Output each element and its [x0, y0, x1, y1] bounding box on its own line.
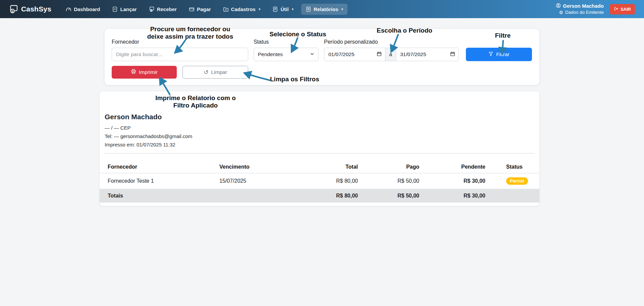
page: $ CashSys Dashboard Lanç — [0, 0, 644, 306]
folder-plus-icon — [223, 6, 229, 12]
col-header-pago: Pago — [361, 161, 423, 173]
caret-down-icon: ▾ — [341, 7, 343, 11]
col-header-status: Status — [489, 161, 539, 173]
nav-label: Dashboard — [74, 6, 100, 12]
fornecedor-search-input[interactable] — [112, 48, 248, 61]
cashsys-logo-icon: $ — [9, 5, 18, 14]
date-range-group: 01/07/2025 a 31/07/2025 — [324, 48, 459, 61]
nav-item-pagar[interactable]: Pagar — [184, 4, 215, 15]
printer-icon — [131, 69, 136, 76]
totals-total: R$ 80,00 — [296, 189, 361, 203]
col-header-vencimento: Vencimento — [216, 161, 296, 173]
svg-text:$: $ — [11, 9, 13, 13]
main-nav: Dashboard Lançar $ Recebe — [61, 4, 347, 15]
status-selected-value: Pendentes — [258, 51, 283, 57]
speedometer-icon — [66, 6, 71, 12]
status-label: Status — [254, 39, 319, 45]
nav-item-receber[interactable]: $ Receber — [145, 4, 181, 15]
imprimir-label: Imprimir — [139, 69, 158, 75]
wallet-icon — [189, 6, 195, 12]
user-block[interactable]: Gerson Machado ⚙ Dados do Emitente — [556, 3, 604, 15]
col-header-pendente: Pendente — [423, 161, 489, 173]
logout-label: SAIR — [621, 7, 631, 12]
cell-pago: R$ 50,00 — [361, 173, 423, 189]
cell-vencimento: 15/07/2025 — [216, 173, 296, 189]
nav-label: Receber — [157, 6, 177, 12]
totals-label: Totais — [100, 189, 216, 203]
journal-plus-icon — [112, 6, 118, 12]
nav-item-util[interactable]: Útil ▾ — [268, 4, 298, 15]
reset-icon: ↺ — [204, 70, 208, 75]
nav-label: Relatórios — [314, 6, 338, 12]
nav-label: Lançar — [120, 6, 137, 12]
col-header-fornecedor: Fornecedor — [100, 161, 216, 173]
table-header-row: Fornecedor Vencimento Total Pago Pendent… — [100, 161, 539, 173]
top-navbar: $ CashSys Dashboard Lanç — [0, 0, 644, 18]
status-select[interactable]: Pendentes — [254, 48, 319, 61]
user-name: Gerson Machado — [563, 3, 604, 9]
limpar-button[interactable]: ↺ Limpar — [182, 66, 248, 79]
cell-status: Parcial — [489, 173, 539, 189]
filter-card: Fornecedor Status Pendentes Período pers… — [105, 29, 539, 85]
navbar-right: Gerson Machado ⚙ Dados do Emitente SAIR — [556, 3, 635, 15]
date-start-value: 01/07/2025 — [328, 51, 355, 57]
brand-name: CashSys — [21, 5, 51, 13]
totals-pago: R$ 50,00 — [361, 189, 423, 203]
fornecedor-label: Fornecedor — [112, 39, 248, 45]
nav-item-cadastros[interactable]: Cadastros ▾ — [219, 4, 265, 15]
funnel-icon — [488, 51, 493, 58]
calendar-icon[interactable] — [377, 51, 382, 58]
imprimir-button[interactable]: Imprimir — [112, 66, 177, 79]
filtrar-spacer — [466, 39, 532, 45]
totals-pendente: R$ 30,00 — [423, 189, 489, 203]
nav-item-dashboard[interactable]: Dashboard — [61, 4, 104, 15]
date-end-input[interactable]: 31/07/2025 — [396, 48, 459, 61]
periodo-label: Período personalizado — [324, 39, 459, 45]
limpar-label: Limpar — [211, 69, 227, 75]
caret-down-icon: ▾ — [259, 7, 261, 11]
cell-fornecedor: Fornecedor Teste 1 — [100, 173, 216, 189]
box-arrow-right-icon — [614, 6, 619, 12]
cell-total: R$ 80,00 — [296, 173, 361, 189]
calendar-icon[interactable] — [450, 51, 455, 58]
chevron-down-icon — [310, 51, 314, 57]
emitter-phone-email: Tel: — gersonmachadosbs@gmail.com — [105, 133, 534, 139]
col-header-total: Total — [296, 161, 361, 173]
nav-item-lancar[interactable]: Lançar — [108, 4, 141, 15]
filtrar-button[interactable]: Filtrar — [466, 48, 532, 61]
person-circle-icon — [556, 3, 561, 9]
report-card: Gerson Machado — / — CEP Tel: — gersonma… — [100, 91, 539, 206]
emitter-name: Gerson Machado — [105, 113, 534, 121]
date-start-input[interactable]: 01/07/2025 — [324, 48, 385, 61]
date-range-separator: a — [385, 48, 396, 61]
date-end-value: 31/07/2025 — [400, 51, 426, 57]
nav-label: Útil — [280, 6, 288, 12]
printed-at: Impresso em: 01/07/2025 11:32 — [105, 142, 534, 148]
nav-label: Pagar — [197, 6, 211, 12]
caret-down-icon: ▾ — [292, 7, 294, 11]
emitter-address: — / — CEP — [105, 125, 534, 131]
logout-button[interactable]: SAIR — [610, 4, 635, 14]
cash-icon: $ — [149, 6, 155, 12]
table-row: Fornecedor Teste 1 15/07/2025 R$ 80,00 R… — [100, 173, 539, 189]
brand-logo[interactable]: $ CashSys — [9, 5, 51, 14]
nav-label: Cadastros — [231, 6, 256, 12]
report-table: Fornecedor Vencimento Total Pago Pendent… — [100, 161, 539, 203]
report-divider — [105, 153, 534, 154]
filtrar-label: Filtrar — [496, 51, 509, 57]
nav-item-relatorios[interactable]: Relatórios ▾ — [301, 4, 347, 15]
journal-text-icon — [272, 6, 278, 12]
journal-report-icon — [306, 6, 311, 12]
status-badge: Parcial — [506, 177, 528, 185]
cell-pendente: R$ 30,00 — [423, 173, 489, 189]
gear-icon: ⚙ — [559, 10, 564, 15]
user-subtitle: Dados do Emitente — [565, 10, 604, 15]
totals-row: Totais R$ 80,00 R$ 50,00 R$ 30,00 — [100, 189, 539, 203]
